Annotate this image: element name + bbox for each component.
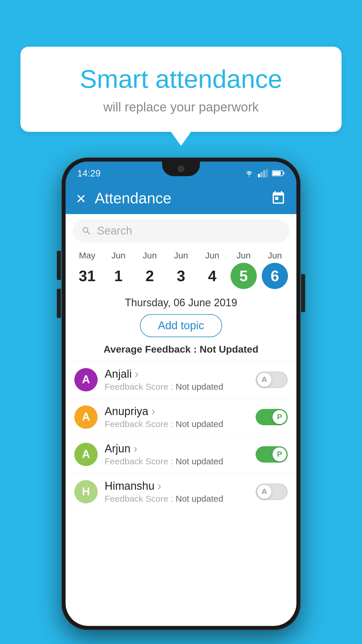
- bubble-title: Smart attendance: [44, 64, 318, 94]
- cal-month-label: Jun: [143, 251, 157, 260]
- bubble-subtitle: will replace your paperwork: [44, 100, 318, 114]
- student-name: Anupriya: [105, 405, 249, 418]
- toggle-knob: P: [273, 410, 287, 424]
- speech-bubble: Smart attendance will replace your paper…: [20, 47, 342, 132]
- selected-date: Thursday, 06 June 2019: [66, 297, 296, 309]
- calendar-icon[interactable]: [271, 190, 286, 206]
- phone-screen: 14:29: [66, 162, 296, 626]
- toggle-knob: A: [257, 485, 271, 499]
- calendar-strip: May31Jun1Jun2Jun3Jun4Jun5Jun6: [66, 248, 296, 289]
- svg-rect-3: [266, 169, 268, 177]
- search-icon: [81, 226, 92, 236]
- cal-month-label: May: [79, 251, 96, 260]
- cal-date-number: 31: [74, 263, 100, 289]
- cal-month-label: Jun: [268, 251, 282, 260]
- toggle-switch[interactable]: P: [256, 446, 288, 463]
- student-item-1[interactable]: AAnupriyaFeedback Score : Not updatedP: [66, 398, 296, 435]
- student-item-0[interactable]: AAnjaliFeedback Score : Not updatedA: [66, 361, 296, 398]
- student-avatar: A: [74, 368, 98, 391]
- close-button[interactable]: ×: [76, 188, 86, 208]
- cal-date-number: 2: [137, 263, 163, 289]
- cal-date-number: 6: [262, 263, 288, 289]
- search-placeholder: Search: [97, 225, 132, 237]
- front-camera: [178, 166, 184, 172]
- calendar-day-6[interactable]: Jun6: [260, 251, 289, 289]
- cal-month-label: Jun: [236, 251, 250, 260]
- calendar-day-4[interactable]: Jun4: [198, 251, 227, 289]
- toggle-knob: P: [273, 447, 287, 461]
- svg-rect-6: [273, 171, 281, 175]
- status-time: 14:29: [77, 168, 101, 179]
- attendance-toggle[interactable]: P: [256, 409, 288, 425]
- calendar-day-5[interactable]: Jun5: [229, 251, 258, 289]
- add-topic-button[interactable]: Add topic: [140, 314, 222, 337]
- student-name: Himanshu: [105, 480, 249, 493]
- calendar-day-2[interactable]: Jun2: [135, 251, 164, 289]
- svg-rect-5: [283, 172, 284, 174]
- search-bar[interactable]: Search: [73, 219, 289, 242]
- student-feedback: Feedback Score : Not updated: [105, 382, 249, 392]
- phone-shell: 14:29: [61, 158, 301, 630]
- avg-feedback-value: Not Updated: [200, 344, 259, 355]
- svg-rect-1: [261, 172, 263, 177]
- svg-rect-0: [258, 174, 260, 177]
- attendance-toggle[interactable]: A: [256, 484, 288, 500]
- student-info: AnjaliFeedback Score : Not updated: [105, 368, 249, 392]
- toggle-switch[interactable]: P: [256, 409, 288, 425]
- cal-date-number: 5: [231, 263, 257, 289]
- avg-feedback: Average Feedback : Not Updated: [66, 344, 296, 355]
- student-feedback: Feedback Score : Not updated: [105, 419, 249, 429]
- avg-feedback-label: Average Feedback :: [103, 344, 199, 355]
- svg-rect-2: [263, 170, 265, 177]
- speech-bubble-container: Smart attendance will replace your paper…: [20, 47, 342, 132]
- student-feedback: Feedback Score : Not updated: [105, 494, 249, 504]
- phone-notch: [162, 162, 200, 176]
- student-item-3[interactable]: HHimanshuFeedback Score : Not updatedA: [66, 473, 296, 510]
- cal-month-label: Jun: [205, 251, 219, 260]
- toggle-switch[interactable]: A: [256, 484, 288, 500]
- wifi-icon: [244, 169, 254, 177]
- toggle-knob: A: [257, 373, 271, 387]
- student-info: AnupriyaFeedback Score : Not updated: [105, 405, 249, 429]
- student-feedback: Feedback Score : Not updated: [105, 456, 249, 466]
- calendar-day-1[interactable]: Jun1: [104, 251, 133, 289]
- cal-month-label: Jun: [174, 251, 188, 260]
- cal-month-label: Jun: [111, 251, 125, 260]
- status-icons: [244, 169, 285, 177]
- cal-date-number: 1: [105, 263, 131, 289]
- calendar-day-0[interactable]: May31: [73, 251, 102, 289]
- attendance-toggle[interactable]: P: [256, 446, 288, 463]
- student-avatar: A: [74, 405, 98, 429]
- app-title: Attendance: [95, 189, 262, 207]
- student-item-2[interactable]: AArjunFeedback Score : Not updatedP: [66, 435, 296, 473]
- student-info: ArjunFeedback Score : Not updated: [105, 442, 249, 466]
- battery-icon: [272, 170, 285, 177]
- student-avatar: H: [74, 480, 98, 503]
- calendar-day-3[interactable]: Jun3: [166, 251, 196, 289]
- attendance-toggle[interactable]: A: [256, 372, 288, 388]
- student-name: Anjali: [105, 368, 249, 381]
- student-info: HimanshuFeedback Score : Not updated: [105, 480, 249, 504]
- app-bar: × Attendance: [66, 182, 296, 214]
- student-name: Arjun: [105, 442, 249, 455]
- cal-date-number: 3: [168, 263, 194, 289]
- student-avatar: A: [74, 443, 98, 466]
- cal-date-number: 4: [199, 263, 225, 289]
- signal-icon: [258, 169, 268, 177]
- phone-container: 14:29: [61, 158, 301, 630]
- student-list: AAnjaliFeedback Score : Not updatedAAAnu…: [66, 361, 296, 510]
- toggle-switch[interactable]: A: [256, 372, 288, 388]
